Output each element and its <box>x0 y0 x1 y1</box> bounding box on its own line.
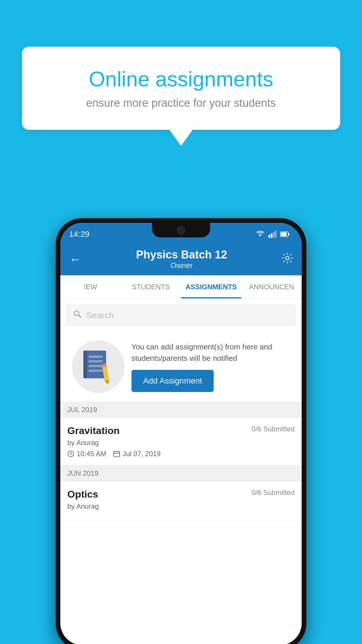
tab-announcements-label: ANNOUNCEN <box>249 283 294 291</box>
status-icons <box>256 228 290 238</box>
assignment-top-optics: Optics 0/6 Submitted <box>67 489 295 500</box>
tab-iew[interactable]: IEW <box>60 275 121 298</box>
signal-icon <box>268 231 277 238</box>
search-bar[interactable]: Search <box>66 304 296 326</box>
speech-bubble-arrow <box>169 130 193 146</box>
status-time: 14:29 <box>69 227 89 239</box>
svg-rect-7 <box>281 232 287 236</box>
svg-marker-0 <box>259 235 262 237</box>
svg-rect-13 <box>89 356 103 358</box>
settings-icon[interactable] <box>282 253 293 266</box>
svg-rect-3 <box>273 232 275 238</box>
phone-frame: 14:29 <box>56 218 306 644</box>
assignment-top: Gravitation 0/6 Submitted <box>67 425 295 436</box>
assignment-date: Jul 07, 2019 <box>113 450 161 458</box>
promo-icon-circle <box>72 340 124 393</box>
svg-rect-2 <box>271 233 273 238</box>
assignment-author-gravitation: by Anurag <box>67 439 295 447</box>
svg-rect-14 <box>89 360 103 363</box>
app-header: ← Physics Batch 12 Owner <box>60 243 302 275</box>
promo-description: You can add assignment(s) from here and … <box>131 341 290 364</box>
svg-rect-1 <box>268 235 270 238</box>
svg-line-22 <box>71 454 72 454</box>
assignment-date-label: Jul 07, 2019 <box>122 450 161 458</box>
assignment-submitted-optics: 0/6 Submitted <box>252 489 295 497</box>
section-label-jul: JUL 2019 <box>67 406 97 414</box>
tab-iew-label: IEW <box>84 283 97 291</box>
search-icon <box>73 310 82 320</box>
svg-rect-15 <box>89 365 103 367</box>
tab-students[interactable]: STUDENTS <box>121 275 181 298</box>
tab-bar: IEW STUDENTS ASSIGNMENTS ANNOUNCEN <box>60 275 302 299</box>
assignment-title-optics: Optics <box>67 489 98 500</box>
speech-bubble: Online assignments ensure more practice … <box>22 47 340 130</box>
tab-announcements[interactable]: ANNOUNCEN <box>241 275 302 298</box>
front-camera <box>177 226 185 235</box>
clock-icon <box>67 450 74 457</box>
wifi-icon <box>256 231 265 238</box>
phone-screen: 14:29 <box>60 223 302 644</box>
add-assignment-button[interactable]: Add Assignment <box>131 370 214 392</box>
svg-point-8 <box>286 256 289 260</box>
speech-bubble-section: Online assignments ensure more practice … <box>22 47 340 146</box>
assignment-title-gravitation: Gravitation <box>67 425 120 436</box>
assignment-submitted-gravitation: 0/6 Submitted <box>252 425 295 433</box>
svg-rect-6 <box>288 233 289 235</box>
notebook-pencil-icon <box>82 349 114 384</box>
header-title: Physics Batch 12 <box>136 249 227 261</box>
calendar-icon <box>113 450 120 457</box>
battery-icon <box>280 231 290 237</box>
section-label-jun: JUN 2019 <box>67 469 99 477</box>
section-header-jul: JUL 2019 <box>60 402 302 418</box>
tab-assignments-label: ASSIGNMENTS <box>185 283 237 291</box>
bubble-title: Online assignments <box>45 67 317 91</box>
svg-rect-12 <box>83 351 87 378</box>
search-placeholder: Search <box>86 310 114 320</box>
bubble-subtitle: ensure more practice for your students <box>45 97 317 109</box>
screen-content: Search <box>60 299 302 644</box>
assignment-author-optics: by Anurag <box>67 502 295 510</box>
assignment-meta-gravitation: 10:45 AM Jul 07, 2019 <box>67 450 295 458</box>
back-button[interactable]: ← <box>69 252 81 266</box>
promo-content: You can add assignment(s) from here and … <box>131 341 290 392</box>
header-subtitle: Owner <box>136 261 227 270</box>
assignment-time-label: 10:45 AM <box>77 450 106 458</box>
svg-rect-4 <box>275 231 277 238</box>
svg-line-10 <box>78 315 81 318</box>
tab-assignments[interactable]: ASSIGNMENTS <box>181 275 241 298</box>
header-center: Physics Batch 12 Owner <box>136 249 227 270</box>
assignment-item-gravitation[interactable]: Gravitation 0/6 Submitted by Anurag 10:4… <box>60 418 302 465</box>
promo-card: You can add assignment(s) from here and … <box>66 332 296 402</box>
section-header-jun: JUN 2019 <box>60 465 302 482</box>
assignment-item-optics[interactable]: Optics 0/6 Submitted by Anurag <box>60 482 302 521</box>
tab-students-label: STUDENTS <box>132 283 170 291</box>
svg-rect-16 <box>89 370 103 372</box>
assignment-time: 10:45 AM <box>67 450 106 458</box>
svg-rect-23 <box>114 452 120 457</box>
